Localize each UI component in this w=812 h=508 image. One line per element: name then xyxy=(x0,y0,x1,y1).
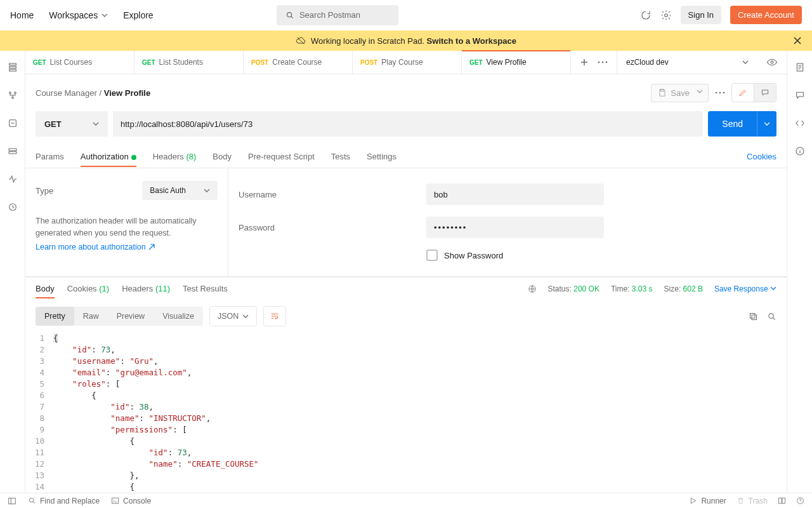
password-input[interactable]: •••••••• xyxy=(426,217,604,238)
console-button[interactable]: Console xyxy=(111,497,151,505)
time-value: 3.03 s xyxy=(632,284,653,293)
environment-quicklook[interactable] xyxy=(766,57,778,68)
search-input[interactable]: Search Postman xyxy=(277,5,398,25)
trash-icon xyxy=(737,497,745,505)
nav-workspaces[interactable]: Workspaces xyxy=(49,10,108,20)
line-number: 8 xyxy=(25,413,53,424)
tab-method: GET xyxy=(142,59,155,66)
tab-method: GET xyxy=(33,59,46,66)
nav-explore[interactable]: Explore xyxy=(123,10,153,20)
apis-icon[interactable] xyxy=(0,89,25,102)
cookies-link[interactable]: Cookies xyxy=(747,152,776,161)
edit-button[interactable] xyxy=(732,84,754,102)
resp-tab-tests[interactable]: Test Results xyxy=(183,284,228,293)
environment-select[interactable]: ezCloud dev xyxy=(626,58,736,67)
auth-type-select[interactable]: Basic Auth xyxy=(142,181,218,200)
breadcrumb-collection[interactable]: Course Manager xyxy=(36,88,97,98)
code-snippet-icon[interactable] xyxy=(787,117,812,130)
more-options[interactable] xyxy=(715,91,725,94)
tab-request[interactable]: GETList Courses xyxy=(25,51,134,74)
mock-servers-icon[interactable] xyxy=(0,145,25,157)
save-button[interactable]: Save xyxy=(651,84,697,102)
chevron-down-icon xyxy=(742,59,749,65)
view-visualize[interactable]: Visualize xyxy=(154,307,203,326)
request-tabs: Params Authorization Headers (8) Body Pr… xyxy=(25,145,787,168)
toggle-sidebar[interactable] xyxy=(8,497,16,505)
view-pretty[interactable]: Pretty xyxy=(36,307,74,326)
tab-tests[interactable]: Tests xyxy=(331,152,350,161)
svg-rect-28 xyxy=(112,498,119,504)
panel-icon xyxy=(8,497,16,505)
copy-response-button[interactable] xyxy=(749,312,758,321)
switch-workspace-link[interactable]: Switch to a Workspace xyxy=(427,36,516,46)
wrap-lines-button[interactable] xyxy=(263,306,286,326)
layout-toggle[interactable] xyxy=(778,497,786,505)
comments-icon[interactable] xyxy=(787,89,812,102)
info-icon[interactable] xyxy=(787,145,812,157)
method-select[interactable]: GET xyxy=(36,111,108,137)
monitors-icon[interactable] xyxy=(0,173,25,185)
line-number: 2 xyxy=(25,344,53,356)
collections-icon[interactable] xyxy=(0,61,25,74)
history-icon[interactable] xyxy=(0,201,25,213)
tab-request[interactable]: GETView Profile xyxy=(462,51,571,74)
svg-point-12 xyxy=(598,62,600,64)
username-input[interactable]: bob xyxy=(426,184,604,205)
response-body[interactable]: 1{2 "id": 73,3 "username": "Gru",4 "emai… xyxy=(25,333,787,493)
sync-icon[interactable] xyxy=(640,10,652,21)
tab-params[interactable]: Params xyxy=(36,152,64,161)
tab-headers[interactable]: Headers (8) xyxy=(153,152,197,161)
tab-settings[interactable]: Settings xyxy=(367,152,396,161)
auth-learn-more-link[interactable]: Learn more about authorization xyxy=(36,243,155,251)
size-value: 602 B xyxy=(683,284,703,293)
comment-button[interactable] xyxy=(754,84,776,102)
svg-rect-3 xyxy=(9,67,16,69)
tab-label: Play Course xyxy=(381,58,422,67)
url-input[interactable]: http://localhost:8080/api/v1/users/73 xyxy=(113,111,703,137)
tab-authorization[interactable]: Authorization xyxy=(81,152,136,161)
resp-tab-body[interactable]: Body xyxy=(36,284,55,293)
language-select[interactable]: JSON xyxy=(209,306,257,326)
runner-button[interactable]: Runner xyxy=(689,497,726,505)
status-dot-icon xyxy=(131,155,136,160)
tab-label: Create Course xyxy=(272,58,322,67)
send-dropdown[interactable] xyxy=(757,111,776,137)
tab-request[interactable]: GETList Students xyxy=(134,51,244,74)
resp-tab-headers[interactable]: Headers (11) xyxy=(122,284,170,293)
create-account-button[interactable]: Create Account xyxy=(730,6,802,24)
find-replace-button[interactable]: Find and Replace xyxy=(28,497,100,505)
tab-prerequest[interactable]: Pre-request Script xyxy=(248,152,315,161)
statusbar: Find and Replace Console Runner Trash xyxy=(0,493,812,508)
view-preview[interactable]: Preview xyxy=(108,307,154,326)
trash-button[interactable]: Trash xyxy=(737,497,768,505)
svg-point-15 xyxy=(771,61,773,64)
svg-point-1 xyxy=(664,13,667,17)
save-dropdown[interactable] xyxy=(691,84,709,102)
svg-point-13 xyxy=(602,62,604,64)
resp-tab-cookies[interactable]: Cookies (1) xyxy=(67,284,109,293)
method-label: GET xyxy=(44,119,62,129)
copy-icon xyxy=(749,312,758,321)
tab-menu[interactable] xyxy=(598,61,608,64)
tab-body[interactable]: Body xyxy=(213,152,232,161)
environments-icon[interactable] xyxy=(0,117,25,130)
settings-icon[interactable] xyxy=(660,10,672,21)
new-tab-button[interactable] xyxy=(580,58,589,67)
save-response-button[interactable]: Save Response xyxy=(714,284,776,293)
status-label: Status: 200 OK xyxy=(548,284,599,293)
documentation-icon[interactable] xyxy=(787,61,812,74)
tab-request[interactable]: POSTCreate Course xyxy=(244,51,353,74)
signin-button[interactable]: Sign In xyxy=(681,6,721,24)
view-raw[interactable]: Raw xyxy=(74,307,108,326)
line-number: 9 xyxy=(25,424,53,436)
find-replace-label: Find and Replace xyxy=(40,497,100,505)
tab-request[interactable]: POSTPlay Course xyxy=(353,51,462,74)
nav-home[interactable]: Home xyxy=(10,10,34,20)
banner-close[interactable] xyxy=(793,36,802,45)
search-response-button[interactable] xyxy=(767,312,776,321)
show-password-checkbox[interactable] xyxy=(426,250,438,261)
send-button[interactable]: Send xyxy=(708,111,776,137)
svg-point-23 xyxy=(769,313,774,318)
help-button[interactable] xyxy=(796,497,804,505)
network-icon[interactable] xyxy=(528,284,537,293)
